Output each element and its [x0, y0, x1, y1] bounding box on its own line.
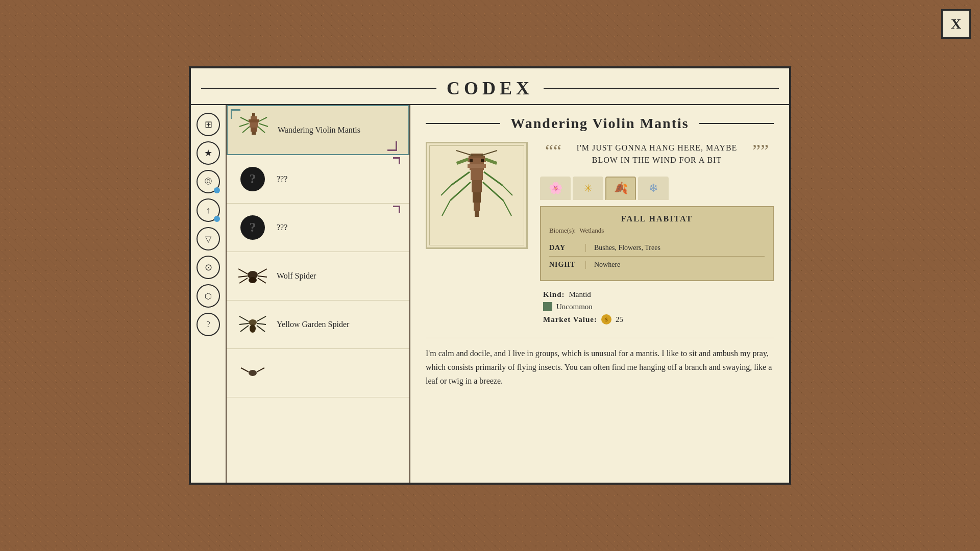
- tab-spring[interactable]: 🌸: [540, 177, 571, 200]
- quote-section: ““ I'M JUST GONNA HANG HERE, MAYBE BLOW …: [540, 142, 774, 166]
- svg-line-47: [484, 172, 502, 185]
- detail-panel: Wandering Violin Mantis: [410, 105, 789, 483]
- sidebar-icon-coin[interactable]: Ⓒ: [197, 170, 220, 193]
- market-row: Market Value: $ 25: [543, 314, 623, 324]
- coin-badge: [214, 187, 220, 193]
- rarity-icon: [543, 302, 552, 311]
- sidebar-icon-magnify[interactable]: ⊙: [197, 256, 220, 279]
- tab-summer[interactable]: ✳: [573, 177, 603, 200]
- kind-value: Mantid: [569, 290, 591, 299]
- creature-portrait: [426, 142, 528, 249]
- svg-rect-5: [252, 132, 256, 135]
- kind-row: Kind: Mantid: [543, 290, 623, 299]
- svg-rect-32: [469, 156, 485, 158]
- codex-window: CODEX ⊞ ★ Ⓒ ↑ ▽ ⊙: [189, 66, 791, 485]
- svg-line-17: [258, 269, 267, 274]
- svg-rect-38: [456, 158, 469, 165]
- svg-line-24: [240, 325, 249, 332]
- corner-tl: [231, 109, 239, 117]
- mantis-detail-svg: [436, 149, 518, 241]
- sidebar-icon-bag[interactable]: ⊞: [197, 113, 220, 136]
- title-line-left: [201, 88, 436, 89]
- svg-line-9: [259, 123, 268, 127]
- svg-rect-54: [481, 159, 484, 162]
- sidebar-icon-star[interactable]: ★: [197, 141, 220, 165]
- svg-rect-42: [473, 192, 481, 203]
- habitat-divider-night: [585, 261, 586, 269]
- unknown-name-1: ???: [277, 174, 287, 184]
- unknown-sprite-1: [235, 161, 271, 197]
- mantis-list-svg: [238, 112, 269, 148]
- svg-point-13: [249, 277, 257, 283]
- svg-line-30: [257, 368, 264, 372]
- description-text: I'm calm and docile, and I live in group…: [426, 349, 772, 385]
- svg-line-16: [239, 278, 248, 283]
- svg-point-21: [250, 324, 256, 333]
- svg-rect-40: [471, 170, 483, 180]
- svg-rect-39: [485, 158, 498, 165]
- svg-rect-3: [250, 122, 258, 128]
- svg-rect-33: [468, 158, 486, 162]
- svg-rect-0: [252, 113, 255, 116]
- list-item-garden-spider[interactable]: Yellow Garden Spider: [227, 300, 409, 349]
- creature-list: Wandering Violin Mantis ??? ???: [227, 105, 410, 483]
- svg-rect-43: [474, 203, 480, 211]
- detail-title-line-left: [426, 123, 500, 124]
- list-item-partial[interactable]: [227, 349, 409, 397]
- stats-section: Kind: Mantid Uncommon Market Value: $ 25: [426, 288, 774, 328]
- svg-line-10: [242, 127, 250, 133]
- garden-spider-name: Yellow Garden Spider: [277, 320, 349, 329]
- wolf-spider-sprite: [235, 258, 271, 294]
- svg-line-46: [441, 185, 451, 195]
- svg-line-27: [257, 325, 265, 332]
- sidebar-icon-arrow[interactable]: ↑: [197, 198, 220, 222]
- list-item-unknown-2[interactable]: ???: [227, 204, 409, 252]
- svg-point-28: [249, 370, 257, 376]
- svg-line-51: [483, 182, 503, 201]
- svg-rect-41: [472, 180, 482, 192]
- tab-winter[interactable]: ❄: [638, 177, 669, 200]
- corner-tr: [393, 157, 400, 164]
- habitat-title: FALL HABITAT: [549, 214, 765, 223]
- codex-title: CODEX: [447, 78, 533, 99]
- list-item-mantis[interactable]: Wandering Violin Mantis: [227, 105, 409, 155]
- season-tabs: 🌸 ✳ 🍂 ❄: [540, 177, 774, 200]
- day-label: DAY: [549, 244, 577, 252]
- habitat-day-row: DAY Bushes, Flowers, Trees: [549, 240, 765, 257]
- kind-label: Kind:: [543, 290, 565, 299]
- partial-sprite: [235, 355, 271, 391]
- svg-line-8: [259, 117, 267, 121]
- svg-rect-53: [470, 159, 473, 162]
- svg-line-15: [238, 276, 248, 277]
- habitat-divider-day: [585, 244, 586, 252]
- sidebar-icon-shirt[interactable]: ▽: [197, 227, 220, 251]
- svg-line-14: [238, 269, 248, 274]
- svg-line-7: [239, 123, 249, 127]
- svg-line-22: [239, 316, 249, 321]
- biome-value: Wetlands: [579, 227, 604, 234]
- market-value: 25: [616, 315, 623, 324]
- codex-body: ⊞ ★ Ⓒ ↑ ▽ ⊙ ⬡ ?: [191, 104, 789, 483]
- codex-title-bar: CODEX: [191, 68, 789, 104]
- svg-line-6: [240, 117, 249, 121]
- svg-rect-4: [251, 128, 257, 132]
- coin-icon: $: [601, 314, 611, 324]
- detail-main: ““ I'M JUST GONNA HANG HERE, MAYBE BLOW …: [426, 142, 774, 281]
- rarity-value: Uncommon: [556, 303, 593, 311]
- list-item-unknown-1[interactable]: ???: [227, 155, 409, 204]
- svg-line-50: [442, 201, 450, 216]
- sidebar-icon-bug[interactable]: ⬡: [197, 284, 220, 308]
- quote-close: ””: [752, 142, 769, 160]
- night-value: Nowhere: [594, 261, 620, 269]
- tab-fall[interactable]: 🍂: [605, 177, 636, 200]
- svg-line-18: [258, 276, 267, 277]
- list-item-wolf-spider[interactable]: Wolf Spider: [227, 252, 409, 300]
- svg-rect-37: [468, 164, 486, 168]
- unknown-name-2: ???: [277, 223, 287, 232]
- creature-stats: Kind: Mantid Uncommon Market Value: $ 25: [543, 290, 623, 328]
- rarity-row: Uncommon: [543, 302, 623, 311]
- night-label: NIGHT: [549, 261, 577, 269]
- sidebar-icon-help[interactable]: ?: [197, 313, 220, 336]
- close-button[interactable]: X: [941, 9, 971, 39]
- svg-rect-31: [471, 154, 483, 156]
